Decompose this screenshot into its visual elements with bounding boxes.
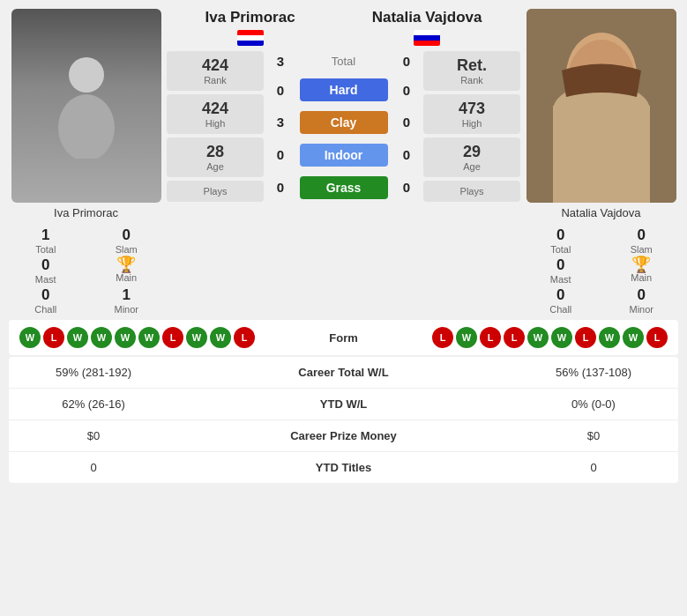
clay-score-p2: 0 <box>393 115 420 130</box>
player1-name: Iva Primorac <box>54 206 118 219</box>
prize-p2: $0 <box>523 429 664 442</box>
total-score-p1: 3 <box>267 54 294 69</box>
form-badge-w: W <box>527 327 549 348</box>
indoor-surface-btn[interactable]: Indoor <box>300 144 388 167</box>
player2-photo-svg <box>526 9 676 203</box>
player2-age-box: 29 Age <box>423 137 520 177</box>
player1-age-label: Age <box>174 161 257 172</box>
player1-mast-value: 0 <box>41 256 49 274</box>
player2-slam-cell: 0 Slam <box>605 226 679 255</box>
player1-main-label: Main <box>116 272 137 283</box>
total-score-p2: 0 <box>393 54 420 69</box>
player2-trophy-cell: 🏆 Main <box>605 256 679 285</box>
player1-total-value: 1 <box>41 226 49 244</box>
player2-mast-cell: 0 Mast <box>524 256 598 285</box>
center-column: Iva Primorac Natalia Vajdova <box>167 9 520 315</box>
scores-column: 3 Total 0 0 Hard 0 3 Clay 0 <box>267 51 420 202</box>
player1-flag-container <box>205 30 295 46</box>
clay-score-row: 3 Clay 0 <box>267 111 420 134</box>
form-badge-w: W <box>456 327 477 348</box>
player2-trophy-icon: 🏆 <box>631 256 651 272</box>
form-badge-w: W <box>138 327 160 348</box>
titles-p2: 0 <box>523 461 664 474</box>
player1-minor-label: Minor <box>114 304 138 315</box>
player2-high-label: High <box>430 118 513 129</box>
form-badge-w: W <box>623 327 644 348</box>
svg-point-1 <box>58 94 115 159</box>
player2-minor-value: 0 <box>638 286 646 304</box>
form-badge-w: W <box>19 327 41 348</box>
grass-score-p1: 0 <box>267 180 294 195</box>
player2-form-badges: LWLLWWLWWL <box>432 327 668 348</box>
player1-total-cell: 1 Total <box>9 226 83 255</box>
hard-surface-btn[interactable]: Hard <box>300 78 388 101</box>
player1-high-label: High <box>174 118 257 129</box>
player2-main-label: Main <box>631 272 652 283</box>
svg-rect-10 <box>553 106 650 203</box>
player2-minor-cell: 0 Minor <box>605 286 679 315</box>
player2-mast-value: 0 <box>556 256 564 274</box>
prize-row: $0 Career Prize Money $0 <box>9 420 678 452</box>
player2-slam-value: 0 <box>638 226 646 244</box>
middle-stats-area: 424 Rank 424 High 28 Age Plays <box>167 51 520 202</box>
grass-surface-btn[interactable]: Grass <box>300 176 388 199</box>
player1-rank-value: 424 <box>174 56 257 75</box>
player1-column: Iva Primorac 1 Total 0 Slam 0 Mast 🏆 Mai… <box>9 9 163 315</box>
form-badge-l: L <box>646 327 668 348</box>
player1-rank-box: 424 Rank <box>167 51 264 91</box>
player1-rank-label: Rank <box>174 75 257 85</box>
player2-plays-label: Plays <box>430 186 513 197</box>
player2-total-value: 0 <box>556 226 564 244</box>
prize-p1: $0 <box>23 429 164 442</box>
form-badge-l: L <box>504 327 525 348</box>
clay-surface-btn[interactable]: Clay <box>300 111 388 134</box>
player2-age-label: Age <box>430 161 513 172</box>
form-label: Form <box>329 331 358 345</box>
player1-high-box: 424 High <box>167 94 264 134</box>
player2-total-label: Total <box>550 244 571 255</box>
player2-high-box: 473 High <box>423 94 520 134</box>
player1-trophy-cell: 🏆 Main <box>90 256 164 285</box>
total-score-row: 3 Total 0 <box>267 54 420 69</box>
form-badge-l: L <box>43 327 64 348</box>
player1-slam-label: Slam <box>116 244 138 255</box>
svg-point-0 <box>69 57 104 93</box>
player1-plays-label: Plays <box>174 186 257 197</box>
titles-p1: 0 <box>23 461 164 474</box>
player1-chall-cell: 0 Chall <box>9 286 83 315</box>
player2-chall-label: Chall <box>549 304 571 315</box>
player1-form-badges: WLWWWWLWWL <box>19 327 255 348</box>
top-section: Iva Primorac 1 Total 0 Slam 0 Mast 🏆 Mai… <box>9 9 678 315</box>
ytd-label: YTD W/L <box>164 397 523 411</box>
player2-name-header: Natalia Vajdova <box>372 9 482 26</box>
player1-name-header: Iva Primorac <box>205 9 295 26</box>
titles-label: YTD Titles <box>164 461 523 474</box>
form-badge-w: W <box>551 327 572 348</box>
indoor-score-p1: 0 <box>267 147 294 162</box>
player2-rank-value: Ret. <box>430 56 513 75</box>
player1-minor-cell: 1 Minor <box>90 286 164 315</box>
player2-total-cell: 0 Total <box>524 226 598 255</box>
player2-high-value: 473 <box>430 100 513 118</box>
player2-column: Natalia Vajdova 0 Total 0 Slam 0 Mast 🏆 … <box>524 9 678 315</box>
player1-slam-cell: 0 Slam <box>90 226 164 255</box>
form-badge-l: L <box>234 327 255 348</box>
career-total-row: 59% (281-192) Career Total W/L 56% (137-… <box>9 357 678 389</box>
player1-age-value: 28 <box>174 143 257 161</box>
player2-chall-cell: 0 Chall <box>524 286 598 315</box>
ytd-row: 62% (26-16) YTD W/L 0% (0-0) <box>9 389 678 420</box>
player1-minor-value: 1 <box>123 286 131 304</box>
clay-score-p1: 3 <box>267 115 294 130</box>
player2-slam-label: Slam <box>631 244 653 255</box>
form-badge-l: L <box>162 327 183 348</box>
form-badge-w: W <box>210 327 231 348</box>
player2-flag-sk <box>414 30 440 46</box>
stats-rows-section: 59% (281-192) Career Total W/L 56% (137-… <box>9 357 678 483</box>
player2-plays-box: Plays <box>423 181 520 202</box>
hard-score-p1: 0 <box>267 83 294 98</box>
player1-silhouette-icon <box>51 53 122 159</box>
player1-plays-box: Plays <box>167 181 264 202</box>
player1-name-top: Iva Primorac <box>205 9 295 46</box>
form-badge-l: L <box>575 327 596 348</box>
hard-score-p2: 0 <box>393 83 420 98</box>
